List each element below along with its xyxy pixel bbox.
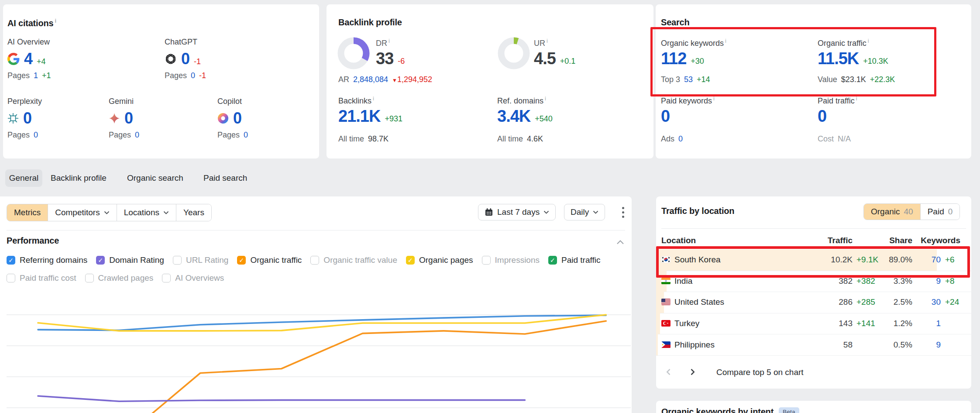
- column-header-share: Share: [869, 236, 912, 245]
- location-name[interactable]: India: [674, 276, 692, 286]
- granularity-button[interactable]: Daily: [564, 204, 605, 220]
- metric-checkbox-paid-traffic[interactable]: ✓Paid traffic: [548, 255, 600, 265]
- competitors-segment[interactable]: Competitors: [48, 204, 116, 221]
- checkbox[interactable]: ✓: [406, 256, 415, 265]
- checkbox[interactable]: ✓: [548, 256, 557, 265]
- performance-panel: Metrics Competitors Locations Years Last…: [0, 196, 632, 413]
- ref-domains-value[interactable]: 3.4K: [497, 107, 530, 126]
- pages-value[interactable]: 0: [135, 131, 139, 140]
- metric-checkbox-organic-traffic[interactable]: ✓Organic traffic: [237, 255, 302, 265]
- more-options-button[interactable]: [616, 204, 629, 220]
- checkbox[interactable]: ✓: [237, 256, 246, 265]
- ads-value[interactable]: 0: [678, 134, 683, 144]
- pages-label: Pages: [7, 71, 30, 80]
- pages-value[interactable]: 0: [191, 71, 195, 80]
- ai-item-value[interactable]: 0: [23, 109, 31, 128]
- ai-item-value[interactable]: 0: [233, 109, 241, 128]
- location-row-turkey[interactable]: Turkey143+1411.2%1: [656, 313, 971, 335]
- metric-checkbox-url-rating[interactable]: URL Rating: [173, 255, 229, 265]
- organic-paid-toggle: Organic 40 Paid 0: [863, 203, 960, 220]
- organic-keywords-by-intent-panel: Organic keywords by intent Beta: [656, 401, 971, 413]
- organic-traffic-label: Organic traffici: [818, 38, 869, 48]
- share-value: 89.0%: [869, 255, 912, 265]
- pages-value[interactable]: 0: [34, 131, 38, 140]
- organic-traffic-value[interactable]: 11.5K: [818, 49, 859, 68]
- organic-keywords-value-row: 112 +30: [661, 49, 704, 68]
- keywords-link[interactable]: 9: [915, 340, 941, 350]
- ar-row: AR 2,848,084 ▼1,294,952: [338, 75, 432, 84]
- info-icon: i: [55, 17, 56, 24]
- ar-value[interactable]: 2,848,084: [353, 75, 388, 84]
- checkbox[interactable]: ✓: [96, 256, 105, 265]
- ai-item-value[interactable]: 0: [181, 49, 189, 69]
- search-title: Search: [661, 17, 690, 28]
- checkbox[interactable]: [85, 274, 94, 282]
- checkbox[interactable]: [7, 274, 15, 282]
- metrics-segment[interactable]: Metrics: [7, 204, 48, 221]
- paid-toggle-segment[interactable]: Paid 0: [920, 204, 960, 220]
- location-row-south-korea[interactable]: South Korea10.2K+9.1K89.0%70+6: [656, 249, 971, 271]
- location-row-united-states[interactable]: United States286+2852.5%30+24: [656, 292, 971, 313]
- location-name[interactable]: Philippines: [674, 340, 715, 350]
- flag-us-icon: [661, 299, 671, 307]
- locations-segment[interactable]: Locations: [117, 204, 176, 221]
- pages-delta: -1: [199, 71, 206, 80]
- backlinks-value[interactable]: 21.1K: [338, 107, 380, 126]
- compare-top5-label[interactable]: Compare top 5 on chart: [716, 368, 804, 377]
- ai-item-value[interactable]: 0: [124, 109, 133, 128]
- search-card: Search Organic keywordsi 112 +30 Top 3 5…: [656, 4, 971, 158]
- page-next-icon[interactable]: [688, 368, 697, 376]
- organic-keywords-value[interactable]: 112: [661, 49, 686, 68]
- date-range-button[interactable]: Last 7 days: [478, 204, 556, 220]
- paid-traffic-value[interactable]: 0: [818, 107, 826, 126]
- pages-value[interactable]: 1: [34, 71, 38, 80]
- series-domain-rating: [38, 396, 525, 401]
- paid-keywords-value[interactable]: 0: [661, 107, 670, 126]
- pages-value[interactable]: 0: [244, 131, 248, 140]
- checkbox[interactable]: [482, 256, 491, 265]
- metric-checkbox-domain-rating[interactable]: ✓Domain Rating: [96, 255, 164, 265]
- organic-toggle-segment[interactable]: Organic 40: [864, 204, 920, 220]
- keywords-link[interactable]: 30: [915, 297, 941, 307]
- tab-organic-search[interactable]: Organic search: [127, 169, 183, 187]
- tab-general[interactable]: General: [5, 169, 42, 187]
- page-previous-icon[interactable]: [664, 368, 673, 376]
- metric-checkbox-row-2: Paid traffic costCrawled pagesAI Overvie…: [7, 272, 224, 284]
- tab-backlink-profile[interactable]: Backlink profile: [51, 169, 107, 187]
- ai-item-label: Copilot: [217, 97, 248, 106]
- dr-value: 33: [376, 49, 393, 68]
- metric-checkbox-paid-traffic-cost[interactable]: Paid traffic cost: [7, 273, 76, 283]
- keywords-link[interactable]: 9: [915, 276, 941, 286]
- pages-label: Pages: [165, 71, 187, 80]
- metric-checkbox-organic-traffic-value[interactable]: Organic traffic value: [310, 255, 397, 265]
- ai-item-delta: +4: [37, 57, 46, 66]
- checkbox[interactable]: ✓: [7, 256, 15, 265]
- tab-paid-search[interactable]: Paid search: [203, 169, 247, 187]
- checkbox-label: Crawled pages: [98, 273, 154, 283]
- metric-checkbox-ai-overviews[interactable]: AI Overviews: [162, 273, 224, 283]
- paid-count: 0: [948, 207, 953, 217]
- metric-checkbox-crawled-pages[interactable]: Crawled pages: [85, 273, 154, 283]
- location-name[interactable]: United States: [674, 297, 724, 307]
- location-row-india[interactable]: India382+3823.3%9+8: [656, 271, 971, 293]
- metric-checkbox-referring-domains[interactable]: ✓Referring domains: [7, 255, 87, 265]
- ai-item-value[interactable]: 4: [24, 49, 32, 69]
- series-organic-pages: [38, 315, 606, 331]
- keywords-link[interactable]: 70: [915, 255, 941, 265]
- keywords-link[interactable]: 1: [915, 319, 941, 328]
- dr-donut: [337, 37, 370, 70]
- location-row-philippines[interactable]: Philippines580.5%9: [656, 334, 971, 356]
- performance-line-chart: [7, 284, 631, 413]
- location-name[interactable]: South Korea: [674, 255, 721, 265]
- collapse-chevron-up-icon[interactable]: [616, 240, 624, 244]
- checkbox[interactable]: [310, 256, 319, 265]
- checkbox[interactable]: [173, 256, 182, 265]
- top3-value[interactable]: 53: [684, 75, 693, 84]
- paid-traffic-value-row: 0: [818, 107, 826, 126]
- metric-checkbox-impressions[interactable]: Impressions: [482, 255, 540, 265]
- location-name[interactable]: Turkey: [674, 319, 699, 328]
- metric-checkbox-organic-pages[interactable]: ✓Organic pages: [406, 255, 473, 265]
- checkbox[interactable]: [162, 274, 171, 282]
- column-header-traffic: Traffic: [800, 236, 853, 245]
- years-segment[interactable]: Years: [176, 204, 211, 221]
